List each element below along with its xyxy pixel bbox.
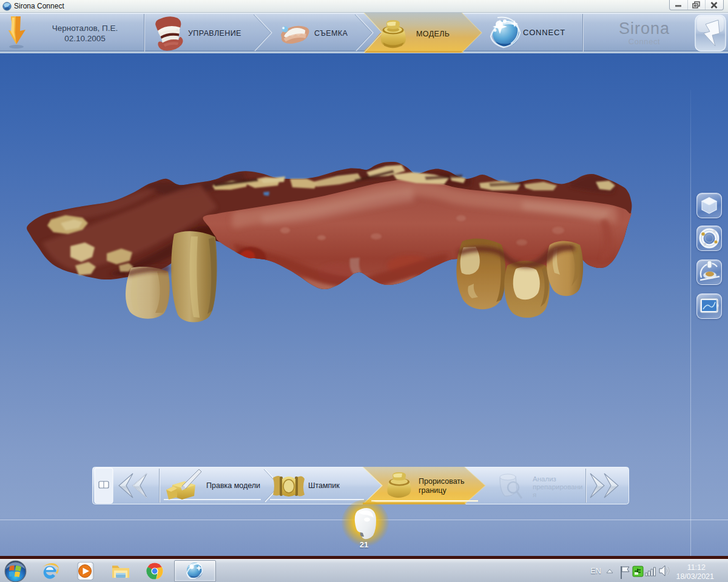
svg-text:Прорисовать: Прорисовать xyxy=(419,477,465,486)
svg-text:18/03/2021: 18/03/2021 xyxy=(676,572,714,581)
svg-text:Sirona: Sirona xyxy=(619,19,670,38)
svg-text:я: я xyxy=(533,491,536,498)
svg-text:11:12: 11:12 xyxy=(687,563,706,572)
svg-text:02.10.2005: 02.10.2005 xyxy=(64,34,106,43)
svg-text:Штампик: Штампик xyxy=(308,481,340,490)
svg-text:препарировани: препарировани xyxy=(533,483,582,490)
svg-text:границу: границу xyxy=(419,486,447,495)
svg-text:EN: EN xyxy=(590,567,601,575)
svg-text:МОДЕЛЬ: МОДЕЛЬ xyxy=(416,30,450,38)
svg-text:УПРАВЛЕНИЕ: УПРАВЛЕНИЕ xyxy=(188,29,241,38)
svg-text:Правка модели: Правка модели xyxy=(206,481,260,490)
svg-text:Черноталов, П.Е.: Черноталов, П.Е. xyxy=(52,24,118,33)
svg-text:CONNECT: CONNECT xyxy=(523,28,565,37)
svg-text:Connect: Connect xyxy=(629,37,661,46)
svg-text:СЪЕМКА: СЪЕМКА xyxy=(314,29,348,38)
svg-text:Анализ: Анализ xyxy=(533,475,556,483)
